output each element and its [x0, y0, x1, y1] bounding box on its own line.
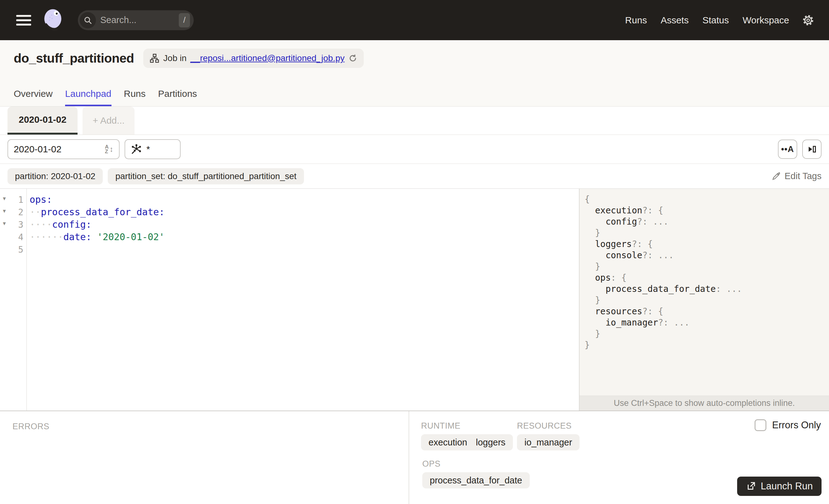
- schema-line: config?: ...: [584, 216, 829, 227]
- launchpad-toolbar: 2020-01-02 AZ ↕ * ••A: [0, 135, 829, 164]
- edit-tags-button[interactable]: Edit Tags: [771, 171, 822, 181]
- ops-section-label: OPS: [422, 459, 441, 469]
- launch-run-button[interactable]: Launch Run: [737, 477, 822, 496]
- play-panel-icon: [807, 144, 817, 154]
- page-tabs: Overview Launchpad Runs Partitions: [14, 88, 197, 106]
- config-editor[interactable]: ops: ··process_data_for_date: ····config…: [27, 189, 579, 410]
- line-number: 3: [18, 220, 23, 230]
- job-badge-prefix: Job in: [163, 53, 186, 63]
- code-line: ops:: [30, 193, 579, 206]
- search-input[interactable]: [96, 15, 179, 25]
- partition-select-value: 2020-01-02: [14, 144, 61, 154]
- job-repository-link[interactable]: __reposi...artitioned@partitioned_job.py: [190, 53, 345, 63]
- op-selection-value: *: [146, 144, 150, 154]
- page-header: do_stuff_partitioned Job in __reposi...a…: [0, 40, 829, 107]
- editor-gutter: ▼1 ▼2 ▼3 4 5: [0, 189, 27, 410]
- tags-row: partition: 2020-01-02 partition_set: do_…: [0, 164, 829, 189]
- add-config-tab-button[interactable]: + Add...: [82, 107, 135, 135]
- runtime-section-label: RUNTIME: [421, 421, 461, 431]
- autocomplete-hint: Use Ctrl+Space to show auto-completions …: [580, 396, 829, 410]
- code-line: [30, 243, 579, 256]
- navbar-links: Runs Assets Status Workspace: [625, 15, 789, 26]
- top-navbar: / Runs Assets Status Workspace: [0, 0, 829, 40]
- op-graph-icon: [131, 144, 142, 155]
- ops-tag-process-data-for-date[interactable]: process_data_for_date: [422, 472, 530, 489]
- fold-arrow-icon[interactable]: ▼: [2, 221, 7, 226]
- hamburger-menu-icon[interactable]: [16, 15, 31, 26]
- schema-line: {: [584, 194, 829, 205]
- schema-line: resources?: {: [584, 306, 829, 317]
- nav-link-assets[interactable]: Assets: [660, 15, 689, 26]
- schema-line: }: [584, 295, 829, 306]
- schema-line: }: [584, 227, 829, 239]
- line-number: 4: [18, 232, 23, 242]
- line-number: 1: [18, 195, 23, 205]
- code-line: ······date: '2020-01-02': [30, 231, 579, 243]
- errors-only-checkbox[interactable]: [755, 419, 766, 431]
- schema-line: }: [584, 261, 829, 272]
- errors-only-label: Errors Only: [772, 420, 821, 431]
- tab-launchpad[interactable]: Launchpad: [65, 88, 111, 106]
- edit-tags-label: Edit Tags: [785, 171, 822, 181]
- runtime-tag-execution[interactable]: execution: [421, 434, 475, 451]
- expand-panel-button[interactable]: [802, 140, 822, 159]
- schema-line: }: [584, 339, 829, 351]
- schema-line: loggers?: {: [584, 239, 829, 250]
- runtime-tag-loggers[interactable]: loggers: [468, 434, 513, 451]
- global-search: /: [78, 10, 194, 30]
- search-shortcut-key: /: [179, 13, 190, 27]
- toggle-whitespace-button[interactable]: ••A: [778, 140, 797, 159]
- tag-partition: partition: 2020-01-02: [7, 168, 103, 184]
- schema-line: console?: ...: [584, 250, 829, 261]
- code-line: ····config:: [30, 218, 579, 231]
- resource-tag-io-manager[interactable]: io_manager: [517, 434, 580, 451]
- config-tab-strip: 2020-01-02 + Add...: [0, 107, 829, 135]
- config-schema-panel: { execution?: { config?: ... } loggers?:…: [580, 189, 829, 410]
- dagster-logo-icon[interactable]: [42, 8, 65, 32]
- schema-line: io_manager?: ...: [584, 317, 829, 328]
- tab-overview[interactable]: Overview: [14, 88, 52, 106]
- pencil-icon: [771, 172, 781, 181]
- resources-section-label: RESOURCES: [517, 421, 572, 431]
- reload-icon[interactable]: [348, 53, 358, 63]
- job-graph-icon: [149, 53, 159, 63]
- errors-only-toggle[interactable]: Errors Only: [755, 419, 821, 431]
- gear-icon[interactable]: [802, 14, 815, 27]
- nav-link-workspace[interactable]: Workspace: [743, 15, 789, 26]
- launchpad-workspace: ▼1 ▼2 ▼3 4 5 ops: ··process_data_for_dat…: [0, 189, 829, 410]
- schema-line: }: [584, 328, 829, 339]
- nav-link-runs[interactable]: Runs: [625, 15, 647, 26]
- fold-arrow-icon[interactable]: ▼: [2, 196, 7, 201]
- sort-az-icon: AZ ↕: [105, 145, 113, 154]
- schema-line: process_data_for_date: ...: [584, 284, 829, 295]
- errors-section-label: ERRORS: [12, 422, 49, 431]
- search-icon: [80, 12, 96, 28]
- line-number: 2: [18, 207, 23, 217]
- partition-select[interactable]: 2020-01-02 AZ ↕: [7, 139, 119, 159]
- job-badge: Job in __reposi...artitioned@partitioned…: [143, 48, 364, 68]
- tab-partitions[interactable]: Partitions: [158, 88, 197, 106]
- line-number: 5: [18, 245, 23, 255]
- external-link-icon: [746, 481, 756, 491]
- schema-line: execution?: {: [584, 205, 829, 216]
- bottom-panel: ERRORS RUNTIME execution loggers RESOURC…: [0, 410, 829, 504]
- config-tab-active[interactable]: 2020-01-02: [7, 107, 77, 135]
- launch-run-label: Launch Run: [761, 481, 813, 492]
- whitespace-glyph: ••A: [781, 145, 794, 154]
- bottom-panel-divider: [408, 411, 409, 504]
- nav-link-status[interactable]: Status: [702, 15, 729, 26]
- schema-line: ops: {: [584, 272, 829, 284]
- tag-partition-set: partition_set: do_stuff_partitioned_part…: [108, 168, 304, 184]
- tab-runs[interactable]: Runs: [124, 88, 146, 106]
- fold-arrow-icon[interactable]: ▼: [2, 209, 7, 214]
- op-selection-input[interactable]: *: [124, 139, 181, 159]
- page-title: do_stuff_partitioned: [14, 51, 134, 66]
- code-line: ··process_data_for_date:: [30, 206, 579, 218]
